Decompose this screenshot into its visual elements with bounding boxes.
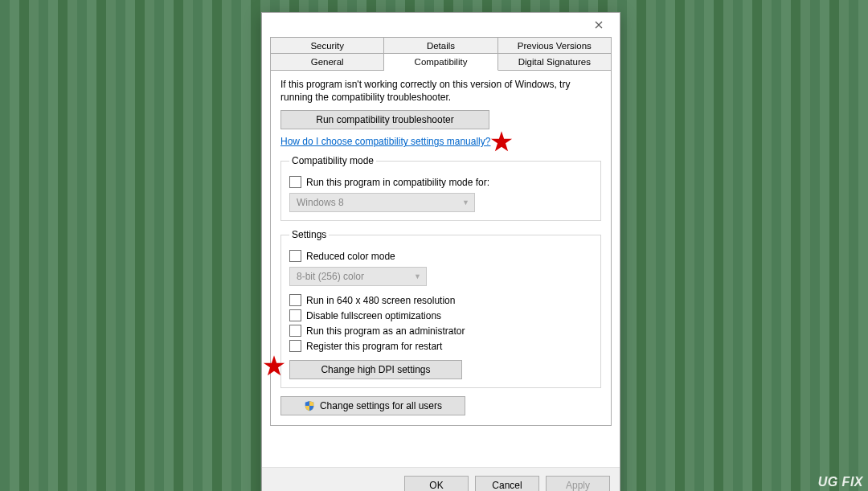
chevron-down-icon: ▼: [462, 198, 469, 207]
tab-compatibility[interactable]: Compatibility: [384, 53, 497, 71]
tab-details[interactable]: Details: [384, 37, 497, 54]
properties-dialog: Security Details Previous Versions Gener…: [261, 12, 620, 491]
intro-text: If this program isn't working correctly …: [280, 78, 601, 104]
compat-mode-row[interactable]: Run this program in compatibility mode f…: [289, 176, 592, 188]
color-depth-combo[interactable]: 8-bit (256) color ▼: [289, 267, 427, 286]
titlebar: [262, 13, 620, 37]
register-restart-label: Register this program for restart: [306, 341, 442, 352]
close-button[interactable]: [584, 15, 613, 35]
run-troubleshooter-button[interactable]: Run compatibility troubleshooter: [280, 110, 489, 129]
color-depth-value: 8-bit (256) color: [297, 271, 364, 282]
disable-fullscreen-checkbox[interactable]: [289, 309, 301, 321]
register-restart-row[interactable]: Register this program for restart: [289, 340, 592, 352]
dialog-footer: OK Cancel Apply: [262, 467, 620, 491]
run-admin-checkbox[interactable]: [289, 325, 301, 337]
run-admin-row[interactable]: Run this program as an administrator: [289, 325, 592, 337]
compat-os-combo[interactable]: Windows 8 ▼: [289, 193, 475, 212]
reduced-color-label: Reduced color mode: [306, 251, 395, 262]
tabs-row-1: Security Details Previous Versions: [270, 37, 612, 54]
compatibility-mode-group: Compatibility mode Run this program in c…: [280, 155, 601, 221]
run-640-row[interactable]: Run in 640 x 480 screen resolution: [289, 294, 592, 306]
run-640-checkbox[interactable]: [289, 294, 301, 306]
run-640-label: Run in 640 x 480 screen resolution: [306, 295, 455, 306]
chevron-down-icon: ▼: [414, 272, 421, 280]
tabs-area: Security Details Previous Versions Gener…: [262, 37, 620, 426]
disable-fullscreen-label: Disable fullscreen optimizations: [306, 310, 441, 321]
run-admin-label: Run this program as an administrator: [306, 325, 465, 337]
compat-os-value: Windows 8: [297, 197, 344, 208]
settings-legend: Settings: [289, 229, 329, 240]
reduced-color-checkbox[interactable]: [289, 250, 301, 262]
register-restart-checkbox[interactable]: [289, 340, 301, 352]
tabs-row-2: General Compatibility Digital Signatures: [270, 54, 612, 71]
change-all-users-button[interactable]: Change settings for all users: [280, 396, 465, 415]
tab-previous-versions[interactable]: Previous Versions: [498, 37, 612, 54]
apply-button[interactable]: Apply: [546, 476, 610, 491]
settings-group: Settings Reduced color mode 8-bit (256) …: [280, 229, 601, 388]
tab-panel-compatibility: If this program isn't working correctly …: [270, 70, 612, 426]
cancel-button[interactable]: Cancel: [475, 476, 539, 491]
change-all-users-label: Change settings for all users: [320, 400, 442, 411]
ok-button[interactable]: OK: [404, 476, 469, 491]
compatibility-mode-legend: Compatibility mode: [289, 155, 376, 166]
compat-mode-checkbox[interactable]: [289, 176, 301, 188]
tab-general[interactable]: General: [270, 53, 384, 71]
change-dpi-button[interactable]: Change high DPI settings: [289, 360, 462, 379]
tab-security[interactable]: Security: [270, 37, 384, 54]
reduced-color-row[interactable]: Reduced color mode: [289, 250, 592, 262]
shield-icon: [304, 400, 315, 411]
disable-fullscreen-row[interactable]: Disable fullscreen optimizations: [289, 309, 592, 321]
compat-mode-label: Run this program in compatibility mode f…: [306, 177, 489, 188]
watermark: UG FIX: [818, 475, 863, 489]
help-link[interactable]: How do I choose compatibility settings m…: [280, 136, 490, 147]
tab-digital-signatures[interactable]: Digital Signatures: [498, 53, 612, 71]
